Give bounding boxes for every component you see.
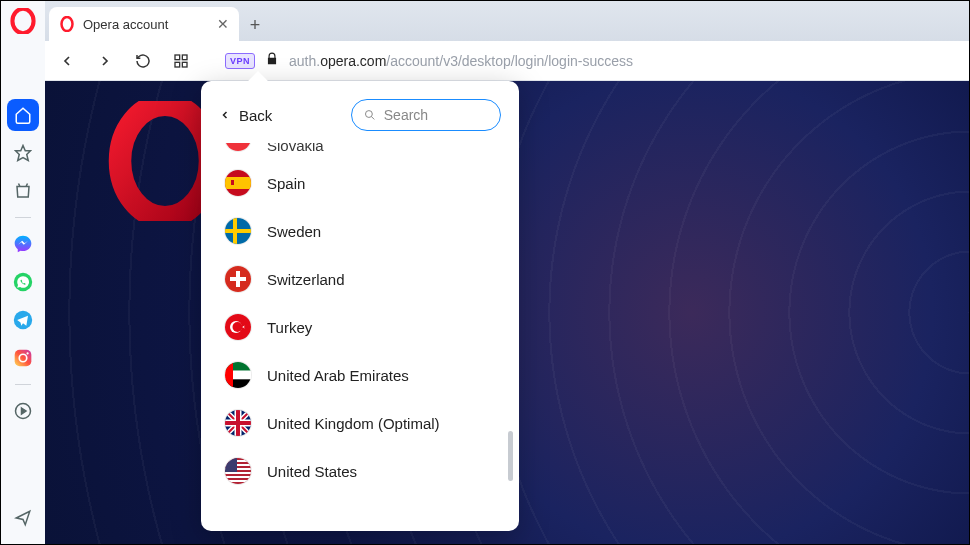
main-area: Opera account ✕ + VPN aut: [45, 1, 969, 544]
svg-rect-38: [225, 362, 233, 388]
country-list[interactable]: SlovakiaSpainSwedenSwitzerlandTurkeyUnit…: [201, 143, 519, 531]
country-item[interactable]: Switzerland: [219, 255, 509, 303]
country-name: Turkey: [267, 319, 312, 336]
address-bar: VPN auth.opera.com/account/v3/desktop/lo…: [45, 41, 969, 81]
country-item[interactable]: Turkey: [219, 303, 509, 351]
tab-title: Opera account: [83, 17, 168, 32]
popup-back-button[interactable]: Back: [219, 107, 272, 124]
lock-icon: [265, 52, 279, 70]
svg-rect-11: [175, 62, 180, 67]
svg-rect-26: [225, 229, 251, 233]
flag-icon: [225, 410, 251, 436]
sidebar-shopping-icon[interactable]: [7, 175, 39, 207]
sidebar-send-icon[interactable]: [7, 502, 39, 534]
country-name: Switzerland: [267, 271, 345, 288]
tab-favicon-icon: [59, 16, 75, 32]
url-text[interactable]: auth.opera.com/account/v3/desktop/login/…: [289, 53, 633, 69]
search-icon: [364, 108, 376, 122]
svg-rect-22: [231, 180, 234, 185]
svg-marker-1: [16, 146, 31, 161]
chevron-left-icon: [219, 109, 231, 121]
popup-header: Back: [201, 81, 519, 143]
tab-bar: Opera account ✕ +: [45, 1, 969, 41]
new-tab-button[interactable]: +: [239, 9, 271, 41]
svg-rect-10: [182, 55, 187, 60]
svg-rect-18: [225, 143, 251, 151]
country-item[interactable]: United States: [219, 447, 509, 495]
sidebar-divider: [15, 217, 31, 218]
app-sidebar: [1, 1, 45, 544]
nav-forward-button[interactable]: [91, 47, 119, 75]
svg-rect-9: [175, 55, 180, 60]
country-item[interactable]: Spain: [219, 159, 509, 207]
flag-icon: [225, 170, 251, 196]
svg-rect-21: [225, 177, 251, 189]
vpn-badge-button[interactable]: VPN: [225, 53, 255, 69]
svg-rect-48: [225, 480, 251, 482]
flag-icon: [225, 314, 251, 340]
sidebar-divider: [15, 384, 31, 385]
nav-back-button[interactable]: [53, 47, 81, 75]
country-name: Spain: [267, 175, 305, 192]
search-input[interactable]: [384, 107, 488, 123]
svg-point-32: [233, 322, 243, 332]
svg-point-0: [12, 9, 33, 33]
country-item[interactable]: United Arab Emirates: [219, 351, 509, 399]
speed-dial-button[interactable]: [167, 47, 195, 75]
country-name: United Kingdom (Optimal): [267, 415, 440, 432]
country-item[interactable]: Sweden: [219, 207, 509, 255]
flag-icon: [225, 218, 251, 244]
sidebar-bookmarks-icon[interactable]: [7, 137, 39, 169]
country-name: United States: [267, 463, 357, 480]
country-item[interactable]: United Kingdom (Optimal): [219, 399, 509, 447]
svg-rect-46: [225, 472, 251, 474]
tab-close-icon[interactable]: ✕: [217, 16, 229, 32]
flag-icon: [225, 143, 251, 151]
search-field-wrap[interactable]: [351, 99, 501, 131]
svg-point-14: [365, 111, 372, 118]
country-name: Slovakia: [267, 143, 324, 154]
url-prefix: auth.: [289, 53, 320, 69]
back-label: Back: [239, 107, 272, 124]
sidebar-player-icon[interactable]: [7, 395, 39, 427]
svg-rect-29: [230, 277, 246, 281]
sidebar-whatsapp-icon[interactable]: [7, 266, 39, 298]
scrollbar-thumb[interactable]: [508, 431, 513, 481]
vpn-location-popup: Back SlovakiaSpainSwedenSwitzerlandTurke…: [201, 81, 519, 531]
sidebar-messenger-icon[interactable]: [7, 228, 39, 260]
svg-rect-47: [225, 476, 251, 478]
country-item[interactable]: Slovakia: [219, 143, 509, 159]
flag-icon: [225, 458, 251, 484]
opera-logo-icon: [9, 7, 37, 35]
svg-rect-43: [225, 460, 251, 462]
sidebar-home-icon[interactable]: [7, 99, 39, 131]
flag-icon: [225, 266, 251, 292]
sidebar-telegram-icon[interactable]: [7, 304, 39, 336]
country-name: Sweden: [267, 223, 321, 240]
svg-point-6: [27, 352, 29, 354]
svg-rect-49: [225, 458, 237, 472]
nav-reload-button[interactable]: [129, 47, 157, 75]
url-path: /account/v3/desktop/login/login-success: [386, 53, 633, 69]
browser-window: Opera account ✕ + VPN aut: [0, 0, 970, 545]
url-host: opera.com: [320, 53, 386, 69]
sidebar-instagram-icon[interactable]: [7, 342, 39, 374]
svg-rect-4: [15, 350, 32, 367]
svg-point-13: [120, 105, 210, 218]
flag-icon: [225, 362, 251, 388]
country-name: United Arab Emirates: [267, 367, 409, 384]
svg-point-8: [62, 17, 73, 31]
browser-tab[interactable]: Opera account ✕: [49, 7, 239, 41]
svg-rect-12: [182, 62, 187, 67]
